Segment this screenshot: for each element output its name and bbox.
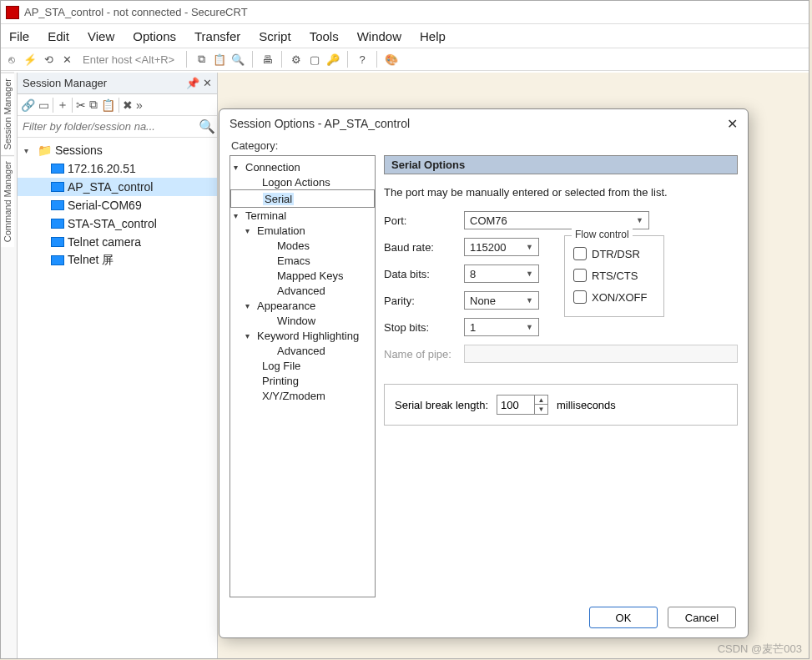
copy-icon[interactable]: ⧉ (194, 53, 209, 66)
xon-checkbox[interactable]: XON/XOFF (573, 286, 655, 308)
menu-tools[interactable]: Tools (310, 29, 339, 43)
port-select[interactable]: COM76▼ (464, 211, 649, 229)
break-label: Serial break length: (395, 399, 488, 411)
toolbar-separator (186, 51, 187, 68)
pin-icon[interactable]: 📌 (186, 77, 199, 89)
menubar: File Edit View Options Transfer Script T… (1, 24, 809, 48)
ok-button[interactable]: OK (589, 607, 658, 628)
settings-icon[interactable]: ⚙ (289, 53, 304, 66)
panel-header: Session Manager 📌 ✕ (18, 73, 217, 94)
dtr-checkbox[interactable]: DTR/DSR (573, 243, 655, 265)
break-group: Serial break length: ▲▼ milliseconds (384, 384, 738, 426)
toolbar-separator (281, 51, 282, 68)
menu-file[interactable]: File (9, 29, 29, 43)
color-icon[interactable]: 🎨 (384, 53, 399, 66)
databits-select[interactable]: 8▼ (464, 265, 539, 283)
disconnect-icon[interactable]: ✕ (59, 53, 74, 66)
cat-connection[interactable]: Connection (245, 161, 300, 174)
menu-options[interactable]: Options (133, 29, 176, 43)
session-item[interactable]: 172.16.20.51 (18, 159, 217, 178)
break-value[interactable] (497, 399, 534, 411)
section-desc: The port may be manually entered or sele… (384, 186, 738, 199)
overflow-icon[interactable]: » (136, 98, 143, 112)
spinner-down-icon[interactable]: ▼ (535, 405, 547, 414)
menu-help[interactable]: Help (420, 29, 446, 43)
titlebar: AP_STA_control - not connected - SecureC… (1, 1, 809, 24)
menu-transfer[interactable]: Transfer (194, 29, 240, 43)
break-spinner[interactable]: ▲▼ (497, 395, 548, 415)
cut-icon[interactable]: ✂ (76, 98, 86, 112)
category-label: Category: (231, 139, 738, 152)
toolbar-separator (376, 51, 377, 68)
cat-advanced[interactable]: Advanced (277, 285, 325, 297)
side-tab-session[interactable]: Session Manager (1, 73, 14, 155)
cat-logon[interactable]: Logon Actions (262, 176, 330, 189)
session-item[interactable]: Telnet camera (18, 233, 217, 251)
rts-checkbox[interactable]: RTS/CTS (573, 265, 655, 286)
session-toolbar: 🔗 ▭ ＋ ✂ ⧉ 📋 ✖ » (18, 94, 217, 116)
session-item[interactable]: Serial-COM69 (18, 196, 217, 214)
reconnect-icon[interactable]: ⟲ (41, 53, 56, 66)
key-icon[interactable]: 🔑 (325, 53, 340, 66)
menu-window[interactable]: Window (357, 29, 401, 43)
cat-terminal[interactable]: Terminal (245, 209, 286, 222)
cat-printing[interactable]: Printing (262, 375, 299, 387)
dialog-titlebar: Session Options - AP_STA_control ✕ (219, 109, 748, 138)
window-title: AP_STA_control - not connected - SecureC… (24, 6, 248, 18)
cancel-button[interactable]: Cancel (668, 607, 736, 628)
cat-emacs[interactable]: Emacs (277, 254, 310, 267)
cat-keyword[interactable]: Keyword Highlighting (257, 330, 359, 342)
cat-serial[interactable]: Serial (263, 193, 294, 205)
close-icon[interactable]: ✕ (203, 77, 212, 89)
cat-logfile[interactable]: Log File (262, 360, 300, 372)
cat-mapped[interactable]: Mapped Keys (277, 270, 344, 282)
panel-title: Session Manager (23, 77, 107, 89)
tree-root[interactable]: ▾📁 Sessions (18, 141, 217, 159)
cat-advanced2[interactable]: Advanced (277, 345, 325, 357)
pipe-input (464, 345, 738, 363)
break-unit: milliseconds (557, 399, 616, 411)
cat-emulation[interactable]: Emulation (257, 224, 305, 237)
menu-view[interactable]: View (88, 29, 114, 43)
link-icon[interactable]: 🔗 (21, 98, 35, 112)
print-icon[interactable]: 🖶 (260, 53, 275, 66)
new-tab-icon[interactable]: ▭ (38, 98, 49, 112)
paste-icon[interactable]: 📋 (212, 53, 227, 66)
cat-xyz[interactable]: X/Y/Zmodem (262, 390, 325, 402)
side-tab-command[interactable]: Command Manager (1, 155, 14, 247)
flow-control-group: Flow control DTR/DSR RTS/CTS XON/XOFF (564, 235, 664, 317)
delete-icon[interactable]: ✖ (123, 98, 133, 112)
help-icon[interactable]: ? (355, 53, 370, 66)
baud-select[interactable]: 115200▼ (464, 238, 539, 256)
search-icon[interactable]: 🔍 (197, 118, 217, 134)
toolbar-separator (347, 51, 348, 68)
toolbar-separator (252, 51, 253, 68)
category-tree[interactable]: ▾Connection Logon Actions Serial ▾Termin… (229, 155, 376, 597)
cat-modes[interactable]: Modes (277, 239, 310, 252)
screen-icon[interactable]: ▢ (307, 53, 322, 66)
filter-input[interactable] (18, 120, 197, 133)
find-icon[interactable]: 🔍 (230, 53, 245, 66)
cat-appearance[interactable]: Appearance (257, 300, 315, 312)
copy2-icon[interactable]: ⧉ (89, 98, 98, 112)
add-icon[interactable]: ＋ (57, 98, 68, 113)
session-item[interactable]: AP_STA_control (18, 178, 217, 196)
enter-host-hint[interactable]: Enter host <Alt+R> (83, 53, 174, 66)
cat-window[interactable]: Window (277, 315, 315, 327)
session-item[interactable]: Telnet 屏 (18, 251, 217, 270)
pipe-label: Name of pipe: (384, 348, 464, 360)
spinner-up-icon[interactable]: ▲ (535, 395, 547, 405)
watermark: CSDN @麦芒003 (718, 642, 802, 657)
close-icon[interactable]: ✕ (727, 116, 738, 132)
menu-edit[interactable]: Edit (48, 29, 69, 43)
parity-select[interactable]: None▼ (464, 291, 539, 310)
session-item[interactable]: STA-STA_control (18, 214, 217, 233)
stopbits-select[interactable]: 1▼ (464, 318, 539, 336)
quick-connect-icon[interactable]: ⚡ (23, 53, 38, 66)
options-pane: Serial Options The port may be manually … (384, 155, 738, 597)
menu-script[interactable]: Script (259, 29, 290, 43)
paste2-icon[interactable]: 📋 (101, 98, 115, 112)
section-header: Serial Options (384, 155, 738, 174)
session-tree: ▾📁 Sessions 172.16.20.51 AP_STA_control … (18, 138, 217, 658)
connect-icon[interactable]: ⎋ (4, 53, 19, 66)
